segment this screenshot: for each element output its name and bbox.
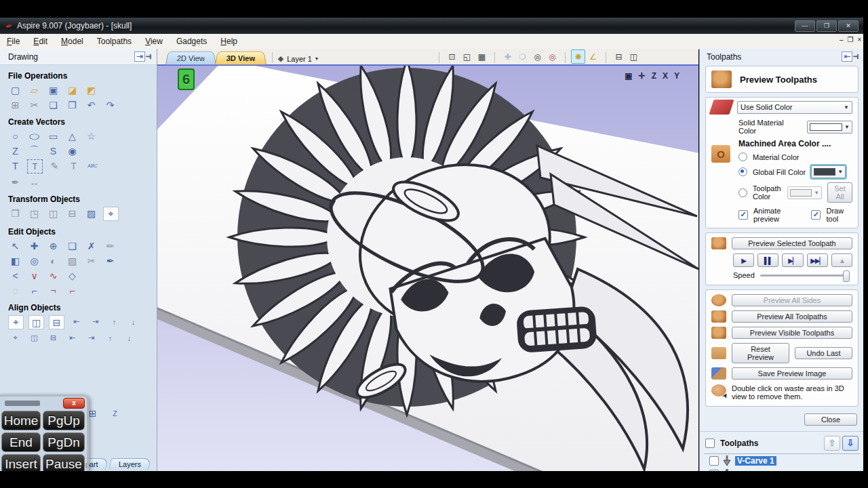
draw-spiral-icon[interactable]: ◉ — [65, 144, 79, 157]
guides-toggle-icon[interactable]: ◱ — [460, 49, 474, 64]
edit-text-icon[interactable]: ✎ — [47, 159, 62, 172]
snap-toggle-icon[interactable]: ⊡ — [445, 49, 459, 64]
rotate-view-icon[interactable]: ✛ — [639, 71, 646, 81]
toolpath-visibility-checkbox[interactable] — [709, 456, 719, 466]
toolpath-color-radio[interactable] — [738, 188, 747, 197]
text-spacing-icon[interactable]: T — [66, 159, 81, 172]
run-to-end-button[interactable]: ▶▶▏ — [807, 253, 828, 267]
center-x-last-icon[interactable]: ◫ — [27, 331, 41, 344]
trim-vectors-icon[interactable]: ▨ — [65, 254, 79, 267]
draw-star-icon[interactable]: ☆ — [84, 129, 98, 142]
preview-visible-toolpaths-button[interactable]: Preview Visible Toolpaths — [732, 327, 852, 339]
solid-material-color-dropdown[interactable]: ▼ — [807, 121, 852, 134]
save-file-icon[interactable]: ▣ — [46, 83, 60, 96]
view-along-x-icon[interactable]: X — [663, 71, 668, 81]
zoom-previous-icon[interactable]: ❍ — [515, 49, 530, 64]
align-bottom-edge-icon[interactable]: ↓ — [122, 331, 136, 344]
center-x-material-icon[interactable]: ◫ — [28, 315, 44, 329]
select-cursor-icon[interactable]: ↖ — [8, 239, 22, 252]
global-fill-color-dropdown[interactable]: ▼ — [811, 165, 846, 178]
draw-circle-icon[interactable]: ○ — [8, 129, 22, 142]
measure-tool-icon[interactable]: ✏ — [103, 239, 117, 252]
toolpath-item-label[interactable]: V-Carve 1 — [735, 456, 776, 466]
single-step-button[interactable]: ▶▏ — [782, 253, 803, 267]
fillet-tool-icon[interactable]: ✒ — [103, 254, 117, 267]
align-top-edge-icon[interactable]: ↑ — [103, 331, 117, 344]
keycast-close-button[interactable]: x — [63, 398, 85, 409]
preview-selected-toolpath-button[interactable]: Preview Selected Toolpath — [732, 237, 852, 249]
window-title-bar[interactable]: ✒ Aspire 9.007 (Jogybaer) - [skull] — ❐ … — [0, 18, 868, 34]
create-text-icon[interactable]: T — [8, 159, 22, 172]
tile-windows-vertical-icon[interactable]: ◫ — [627, 49, 641, 64]
iso-view-icon[interactable]: ▣ — [625, 71, 632, 81]
preview-all-sides-button[interactable]: Preview All Sides — [732, 294, 852, 306]
intersect-vectors-icon[interactable]: ◐ — [46, 254, 60, 267]
menu-item[interactable]: View — [138, 35, 170, 47]
keycast-overlay-window[interactable]: x HomePgUpEndPgDnInsertPause — [0, 394, 89, 475]
transform-mode-icon[interactable]: ⊕ — [46, 239, 60, 252]
minimize-button[interactable]: — — [795, 20, 815, 32]
tab-3d-view[interactable]: 3D View — [215, 52, 267, 65]
align-center-last-icon[interactable]: ⌖ — [8, 331, 22, 344]
animate-preview-checkbox[interactable]: ✓ — [738, 210, 748, 220]
subtract-vectors-icon[interactable]: ◎ — [27, 254, 41, 267]
set-all-button[interactable]: Set All — [827, 182, 852, 203]
layer-selector[interactable]: ◆ Layer 1 ▾ — [278, 54, 318, 63]
move-toolpath-up-button[interactable]: ⇧ — [824, 436, 840, 451]
move-toolpath-down-button[interactable]: ⇩ — [842, 436, 859, 451]
edit-ellipse-nodes-icon[interactable]: ◌ — [8, 284, 22, 297]
edit-nodes-icon[interactable]: ✚ — [27, 239, 41, 252]
copy-icon[interactable]: ❏ — [46, 98, 60, 111]
draw-ellipse-icon[interactable]: ◯ — [27, 132, 41, 140]
view-along-z-icon[interactable]: Z — [652, 71, 656, 81]
vector-scissors-icon[interactable]: ✂ — [84, 254, 98, 267]
play-button[interactable]: ▶ — [733, 253, 754, 267]
draw-rectangle-icon[interactable]: ▭ — [46, 129, 60, 142]
trace-bitmap-icon[interactable]: ✒ — [8, 176, 22, 188]
speed-slider-handle[interactable] — [843, 270, 850, 282]
toolpath-list-item[interactable]: V-Carve 1 — [700, 454, 864, 468]
center-y-material-icon[interactable]: ⊟ — [49, 315, 64, 329]
align-bottom-icon[interactable]: ↓ — [126, 315, 140, 328]
align-right-edge-icon[interactable]: ⇥ — [84, 331, 98, 344]
preview-all-toolpaths-button[interactable]: Preview All Toolpaths — [732, 310, 852, 323]
draw-tool-checkbox[interactable]: ✓ — [811, 210, 821, 220]
job-setup-icon[interactable]: ⊞ — [8, 98, 22, 111]
group-objects-icon[interactable]: ❑ — [65, 239, 79, 252]
mdi-restore-button[interactable]: ❐ — [848, 36, 854, 44]
mdi-minimize-button[interactable]: – — [840, 36, 844, 44]
undo-last-button[interactable]: Undo Last — [795, 347, 852, 359]
close-button[interactable]: Close — [804, 413, 857, 426]
dock-panel-icon[interactable]: ⇤ — [842, 52, 852, 62]
join-open-vectors-icon[interactable]: < — [8, 269, 22, 282]
panel-tab[interactable]: Layers — [108, 458, 151, 470]
distort-object-icon[interactable]: ▨ — [84, 207, 98, 220]
center-y-last-icon[interactable]: ⊟ — [46, 331, 60, 344]
tile-windows-horizontal-icon[interactable]: ⊟ — [612, 49, 626, 64]
dimension-icon[interactable]: ↔ — [27, 176, 41, 188]
maximize-button[interactable]: ❐ — [816, 20, 837, 32]
pause-button[interactable]: ▌▌ — [757, 253, 778, 267]
draw-curve-icon[interactable]: S — [46, 144, 60, 157]
toolpaths-list-checkbox[interactable] — [705, 439, 715, 448]
menu-item[interactable]: Gadgets — [170, 35, 214, 47]
center-in-material-icon[interactable]: ⌖ — [103, 207, 119, 221]
undo-icon[interactable]: ↶ — [84, 98, 98, 111]
pin-panel-icon[interactable]: ┳ — [853, 54, 862, 59]
reset-preview-button[interactable]: Reset Preview — [732, 343, 789, 363]
move-object-icon[interactable]: ❐ — [8, 207, 22, 220]
pin-panel-icon[interactable]: ┳ — [146, 54, 155, 59]
mdi-close-button[interactable]: × — [858, 36, 862, 44]
layout-zig-icon[interactable]: Z — [108, 407, 122, 420]
light-direction-icon[interactable]: ∠ — [586, 49, 600, 64]
menu-item[interactable]: Edit — [26, 35, 54, 47]
draw-polygon-icon[interactable]: △ — [65, 129, 79, 142]
ungroup-objects-icon[interactable]: ✗ — [84, 239, 98, 252]
cut-icon[interactable]: ✂ — [27, 98, 41, 111]
menu-item[interactable]: Model — [54, 35, 90, 47]
speed-slider[interactable] — [760, 274, 850, 277]
align-center-material-icon[interactable]: ⌖ — [8, 315, 24, 329]
pan-view-icon[interactable]: ✚ — [500, 49, 515, 64]
back-to-start-button[interactable]: ▲ — [831, 253, 852, 267]
open-file-icon[interactable]: ▱ — [27, 83, 41, 96]
